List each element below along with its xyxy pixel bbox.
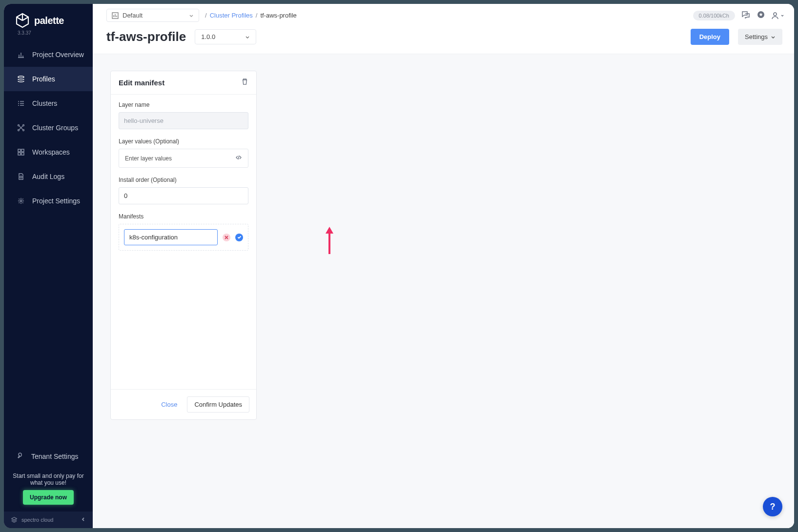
logo: palette bbox=[4, 4, 93, 30]
promo-text: Start small and only pay for what you us… bbox=[11, 473, 86, 486]
panel-footer: Close Confirm Updates bbox=[111, 389, 256, 419]
nav-label: Cluster Groups bbox=[32, 124, 78, 132]
layer-values-label: Layer values (Optional) bbox=[119, 138, 248, 145]
svg-point-0 bbox=[18, 76, 24, 78]
content-area: Edit manifest Layer name Layer values (O… bbox=[93, 54, 794, 528]
help-icon: ? bbox=[770, 502, 776, 512]
upgrade-button[interactable]: Upgrade now bbox=[23, 490, 74, 505]
layer-values-placeholder: Enter layer values bbox=[125, 155, 172, 162]
nav-label: Project Overview bbox=[32, 51, 84, 59]
nodes-icon bbox=[17, 123, 25, 132]
delete-button[interactable] bbox=[241, 78, 248, 87]
wrench-icon bbox=[17, 452, 24, 461]
manifests-container bbox=[119, 224, 248, 251]
sidebar-item-project-settings[interactable]: Project Settings bbox=[4, 189, 93, 213]
version-selector[interactable]: 1.0.0 bbox=[195, 29, 256, 44]
project-icon bbox=[112, 12, 119, 19]
user-menu[interactable] bbox=[771, 12, 784, 20]
panel-header: Edit manifest bbox=[111, 71, 256, 95]
list-icon bbox=[17, 99, 25, 108]
settings-label: Settings bbox=[745, 33, 768, 40]
collapse-button[interactable] bbox=[81, 517, 86, 523]
layers-icon bbox=[17, 75, 25, 83]
spectro-icon bbox=[11, 516, 18, 523]
footer-brand: spectro cloud bbox=[21, 517, 53, 523]
chevron-down-icon bbox=[189, 13, 194, 18]
project-name: Default bbox=[123, 12, 143, 19]
sidebar-item-project-overview[interactable]: Project Overview bbox=[4, 42, 93, 67]
close-button[interactable]: Close bbox=[156, 396, 182, 413]
sidebar-item-cluster-groups[interactable]: Cluster Groups bbox=[4, 116, 93, 140]
svg-rect-6 bbox=[21, 149, 24, 152]
nav-label: Profiles bbox=[32, 75, 55, 83]
code-icon bbox=[235, 154, 242, 162]
sidebar-footer: spectro cloud bbox=[4, 512, 93, 528]
layer-name-label: Layer name bbox=[119, 101, 248, 108]
layer-values-button[interactable]: Enter layer values bbox=[119, 149, 248, 168]
logo-icon bbox=[16, 13, 29, 28]
bar-chart-icon bbox=[17, 50, 25, 59]
edit-manifest-panel: Edit manifest Layer name Layer values (O… bbox=[110, 71, 257, 420]
install-order-input[interactable] bbox=[119, 187, 248, 204]
sidebar-item-workspaces[interactable]: Workspaces bbox=[4, 140, 93, 164]
sidebar: palette 3.3.37 Project Overview Profiles… bbox=[4, 4, 93, 528]
help-button[interactable]: ? bbox=[763, 497, 782, 516]
star-icon[interactable] bbox=[757, 10, 765, 21]
nav-label: Audit Logs bbox=[32, 173, 64, 180]
layer-name-input[interactable] bbox=[119, 112, 248, 129]
sidebar-item-tenant-settings[interactable]: Tenant Settings bbox=[4, 444, 93, 469]
sidebar-item-clusters[interactable]: Clusters bbox=[4, 91, 93, 116]
breadcrumb-link[interactable]: Cluster Profiles bbox=[210, 12, 253, 19]
app-frame: palette 3.3.37 Project Overview Profiles… bbox=[4, 4, 794, 528]
svg-point-13 bbox=[774, 13, 777, 16]
confirm-updates-button[interactable]: Confirm Updates bbox=[187, 396, 249, 413]
credits-badge: 0.08/100kCh bbox=[693, 11, 735, 20]
sidebar-item-audit-logs[interactable]: Audit Logs bbox=[4, 164, 93, 189]
chat-icon[interactable] bbox=[741, 10, 751, 21]
main: Default / Cluster Profiles / tf-aws-prof… bbox=[93, 4, 794, 528]
svg-rect-8 bbox=[21, 153, 24, 155]
manifest-cancel-button[interactable] bbox=[223, 234, 230, 241]
nav-label: Workspaces bbox=[32, 148, 70, 156]
grid-icon bbox=[17, 148, 25, 157]
panel-body: Layer name Layer values (Optional) Enter… bbox=[111, 95, 256, 389]
gear-icon bbox=[17, 197, 25, 205]
install-order-label: Install order (Optional) bbox=[119, 177, 248, 183]
sidebar-item-profiles[interactable]: Profiles bbox=[4, 67, 93, 91]
topbar: Default / Cluster Profiles / tf-aws-prof… bbox=[93, 4, 794, 24]
svg-point-9 bbox=[20, 176, 22, 178]
logo-text: palette bbox=[34, 15, 64, 26]
app-version: 3.3.37 bbox=[4, 30, 93, 36]
manifest-name-input[interactable] bbox=[124, 229, 218, 245]
nav-label: Tenant Settings bbox=[31, 453, 79, 460]
project-selector[interactable]: Default bbox=[106, 9, 199, 22]
hint-arrow-icon bbox=[324, 226, 335, 255]
breadcrumb: / Cluster Profiles / tf-aws-profile bbox=[205, 12, 297, 19]
version-value: 1.0.0 bbox=[201, 33, 215, 40]
nav-label: Clusters bbox=[32, 99, 57, 107]
manifest-confirm-button[interactable] bbox=[235, 234, 243, 241]
title-row: tf-aws-profile 1.0.0 Deploy Settings bbox=[93, 24, 794, 54]
deploy-button[interactable]: Deploy bbox=[691, 29, 729, 45]
settings-button[interactable]: Settings bbox=[738, 29, 782, 45]
document-search-icon bbox=[17, 172, 25, 181]
upgrade-promo: Start small and only pay for what you us… bbox=[4, 469, 93, 512]
chevron-down-icon bbox=[245, 35, 250, 39]
manifests-label: Manifests bbox=[119, 213, 248, 220]
nav-list: Project Overview Profiles Clusters Clust… bbox=[4, 42, 93, 213]
nav-label: Project Settings bbox=[32, 197, 80, 205]
breadcrumb-current: tf-aws-profile bbox=[260, 12, 296, 19]
svg-rect-5 bbox=[18, 149, 20, 152]
page-title: tf-aws-profile bbox=[106, 29, 186, 44]
panel-title: Edit manifest bbox=[119, 79, 164, 87]
chevron-down-icon bbox=[771, 35, 776, 39]
svg-rect-7 bbox=[18, 153, 20, 155]
svg-point-10 bbox=[20, 200, 22, 202]
